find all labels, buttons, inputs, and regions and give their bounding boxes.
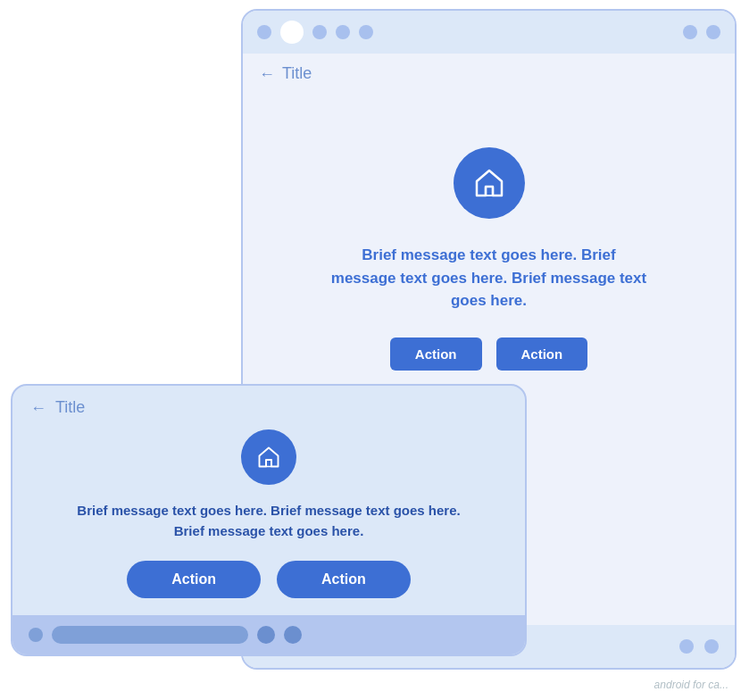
nav-title-front: Title bbox=[55, 398, 85, 417]
bottom-dot-front-1 bbox=[29, 628, 43, 642]
action-buttons-front: Action Action bbox=[127, 561, 411, 598]
bottom-pill bbox=[52, 626, 248, 644]
back-arrow-icon[interactable]: ← bbox=[259, 66, 275, 82]
status-dot-1 bbox=[257, 25, 271, 39]
content-area-back: Brief message text goes here. Brief mess… bbox=[243, 94, 735, 406]
status-dot-5 bbox=[359, 25, 373, 39]
back-arrow-icon-front[interactable]: ← bbox=[30, 400, 46, 416]
home-icon-back bbox=[454, 147, 525, 219]
screen-front: ← Title Brief message text goes here. Br… bbox=[11, 384, 527, 656]
bottom-dot-2 bbox=[704, 639, 719, 654]
status-dot-2 bbox=[280, 21, 304, 44]
action-button-2-back[interactable]: Action bbox=[496, 338, 588, 371]
bottom-bar-front bbox=[12, 615, 525, 654]
message-text-back: Brief message text goes here. Brief mess… bbox=[329, 244, 650, 312]
nav-title-back: Title bbox=[282, 64, 312, 83]
bottom-dot-front-2 bbox=[257, 626, 275, 644]
status-dot-right-2 bbox=[706, 25, 720, 39]
nav-bar-front: ← Title bbox=[12, 386, 525, 429]
action-buttons-back: Action Action bbox=[390, 338, 587, 371]
bottom-dot-1 bbox=[679, 639, 694, 654]
action-button-1-back[interactable]: Action bbox=[390, 338, 482, 371]
action-button-2-front[interactable]: Action bbox=[277, 561, 411, 598]
status-dot-3 bbox=[312, 25, 327, 39]
status-dot-right-1 bbox=[683, 25, 697, 39]
watermark: android for ca... bbox=[654, 679, 729, 691]
content-area-front: Brief message text goes here. Brief mess… bbox=[12, 429, 525, 616]
home-icon-front bbox=[241, 429, 296, 485]
status-dot-4 bbox=[336, 25, 350, 39]
status-bar-back bbox=[243, 11, 735, 54]
action-button-1-front[interactable]: Action bbox=[127, 561, 261, 598]
nav-bar-back: ← Title bbox=[243, 54, 735, 94]
message-text-front: Brief message text goes here. Brief mess… bbox=[72, 501, 465, 541]
bottom-dot-front-3 bbox=[284, 626, 302, 644]
